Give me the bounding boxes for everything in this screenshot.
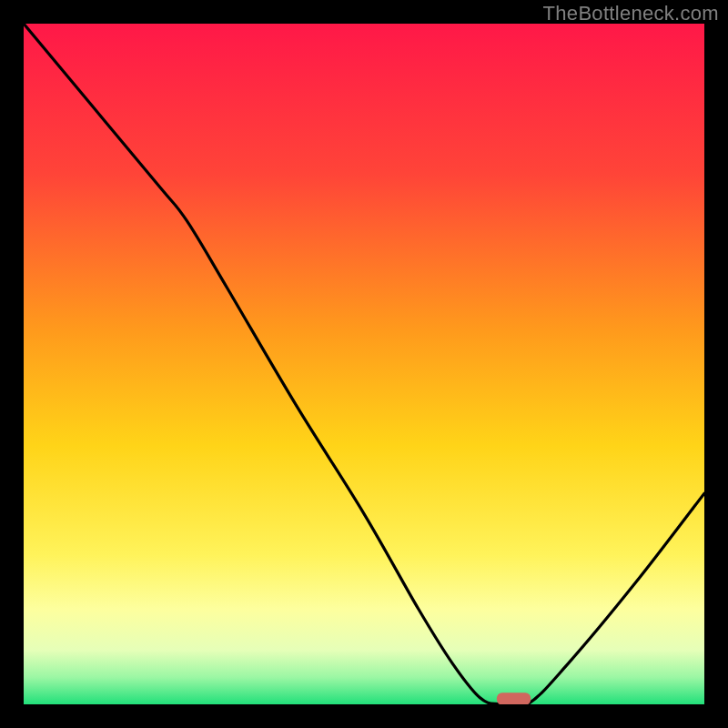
- watermark-text: TheBottleneck.com: [543, 2, 719, 25]
- plot-area: [24, 24, 704, 704]
- optimal-marker: [497, 693, 531, 704]
- chart-frame: TheBottleneck.com: [0, 0, 728, 728]
- gradient-background: [24, 24, 704, 704]
- plot-svg: [24, 24, 704, 704]
